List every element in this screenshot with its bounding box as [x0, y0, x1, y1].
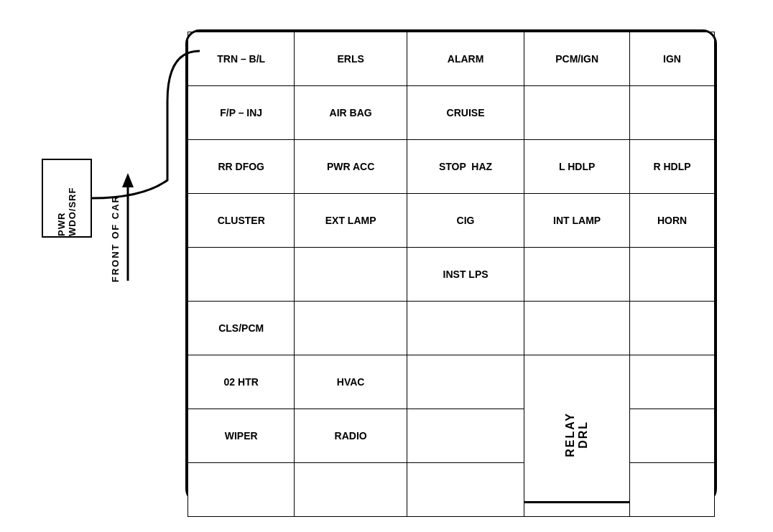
fuse-cell: ALARM — [407, 32, 524, 85]
table-row: 02 HTR HVAC RELAYDRL — [188, 355, 715, 409]
relay-drl-text: RELAYDRL — [564, 412, 590, 457]
fuse-cell-empty — [630, 355, 715, 409]
table-row: RR DFOG PWR ACC STOP HAZ L HDLP R HDLP — [188, 139, 715, 193]
table-row: TRN – B/L ERLS ALARM PCM/IGN IGN — [188, 32, 715, 85]
fuse-cell: RADIO — [295, 409, 407, 462]
fuse-cell: CLS/PCM — [188, 301, 295, 355]
fuse-cell-empty — [407, 301, 524, 355]
fuse-cell: AIR BAG — [295, 85, 407, 139]
fuse-cell-empty — [630, 247, 715, 301]
fuse-cell-empty — [630, 409, 715, 462]
fuse-cell-empty — [295, 462, 407, 516]
fuse-cell-empty — [407, 409, 524, 462]
fuse-cell: INT LAMP — [524, 193, 630, 247]
fuse-cell: CIG — [407, 193, 524, 247]
fuse-cell: HVAC — [295, 355, 407, 409]
side-label-text: PWR WDO/SRF — [56, 160, 78, 236]
fuse-cell-empty — [188, 247, 295, 301]
table-row: F/P – INJ AIR BAG CRUISE — [188, 85, 715, 139]
fuse-cell: RR DFOG — [188, 139, 295, 193]
fuse-cell: IGN — [630, 32, 715, 85]
fuse-cell-empty — [524, 301, 630, 355]
relay-drl-cell: RELAYDRL — [524, 355, 630, 516]
fuse-cell: WIPER — [188, 409, 295, 462]
fuse-cell: F/P – INJ — [188, 85, 295, 139]
fuse-cell: INST LPS — [407, 247, 524, 301]
fuse-cell: ERLS — [295, 32, 407, 85]
fuse-cell: PWR ACC — [295, 139, 407, 193]
fuse-cell: HORN — [630, 193, 715, 247]
front-of-car-label: FRONT OF CAR — [110, 195, 121, 282]
fuse-box: TRN – B/L ERLS ALARM PCM/IGN IGN F/P – I… — [185, 29, 717, 503]
table-row: CLUSTER EXT LAMP CIG INT LAMP HORN — [188, 193, 715, 247]
table-row: CLS/PCM — [188, 301, 715, 355]
front-of-car-text: FRONT OF CAR — [110, 195, 121, 282]
fuse-cell-empty — [630, 301, 715, 355]
fuse-cell-empty — [524, 247, 630, 301]
fuse-cell-empty — [295, 247, 407, 301]
fuse-cell-empty — [407, 462, 524, 516]
fuse-cell: TRN – B/L — [188, 32, 295, 85]
svg-marker-1 — [122, 173, 134, 187]
fuse-cell: CRUISE — [407, 85, 524, 139]
fuse-cell: EXT LAMP — [295, 193, 407, 247]
fuse-cell: 02 HTR — [188, 355, 295, 409]
fuse-cell: PCM/IGN — [524, 32, 630, 85]
fuse-cell-empty — [188, 462, 295, 516]
fuse-cell-empty — [295, 301, 407, 355]
side-label-box: PWR WDO/SRF — [42, 159, 92, 238]
table-row: INST LPS — [188, 247, 715, 301]
fuse-cell-empty — [407, 355, 524, 409]
fuse-table: TRN – B/L ERLS ALARM PCM/IGN IGN F/P – I… — [188, 32, 715, 517]
fuse-cell: STOP HAZ — [407, 139, 524, 193]
diagram-container: PWR WDO/SRF FRONT OF CAR TRN – B/L ERLS … — [42, 15, 731, 518]
table-row: WIPER RADIO — [188, 409, 715, 462]
fuse-cell-empty — [630, 85, 715, 139]
fuse-cell-empty — [630, 462, 715, 516]
fuse-cell-empty — [524, 85, 630, 139]
table-row — [188, 462, 715, 516]
fuse-cell: L HDLP — [524, 139, 630, 193]
fuse-cell: CLUSTER — [188, 193, 295, 247]
fuse-cell: R HDLP — [630, 139, 715, 193]
